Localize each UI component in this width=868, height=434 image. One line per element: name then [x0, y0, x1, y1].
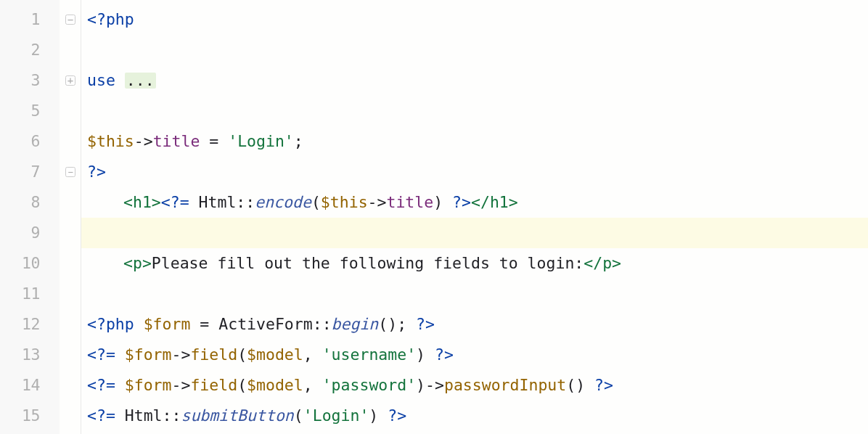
line-number[interactable]: 9 — [0, 218, 59, 248]
code-line[interactable]: <?= Html::submitButton('Login') ?> — [81, 401, 868, 431]
line-number[interactable]: 1 — [0, 4, 59, 35]
html-tag: <h1> — [123, 195, 161, 210]
line-number[interactable]: 3 — [0, 65, 59, 96]
code-line[interactable]: <?php — [81, 4, 868, 35]
code-line[interactable]: <p>Please fill out the following fields … — [81, 248, 868, 279]
code-line[interactable]: $this->title = 'Login'; — [81, 126, 868, 157]
folded-placeholder[interactable]: ... — [125, 73, 156, 89]
code-line[interactable]: <h1><?= Html::encode($this->title) ?></h… — [81, 187, 868, 218]
line-number-gutter: 1 2 3 5 6 7 8 9 10 11 12 13 14 15 — [0, 0, 60, 434]
method-passwordinput: passwordInput — [444, 377, 566, 393]
variable-this: $this — [87, 134, 134, 150]
method-submitbutton: submitButton — [181, 408, 293, 424]
code-line[interactable]: <?php $form = ActiveForm::begin(); ?> — [81, 309, 868, 340]
code-area[interactable]: <?php use ... $this->title = 'Login'; ?>… — [81, 0, 868, 434]
string-literal: 'Login' — [228, 134, 294, 150]
line-number[interactable]: 7 — [0, 157, 59, 187]
text-content: Please fill out the following fields to … — [152, 255, 584, 271]
line-number[interactable]: 8 — [0, 187, 59, 218]
code-line[interactable]: ?> — [81, 157, 868, 187]
line-number[interactable]: 5 — [0, 96, 59, 126]
method-field: field — [190, 347, 237, 363]
code-line[interactable] — [81, 96, 868, 126]
html-tag: <p> — [123, 255, 152, 271]
method-begin: begin — [332, 316, 379, 332]
variable-form: $form — [144, 316, 191, 332]
line-number[interactable]: 13 — [0, 340, 59, 370]
code-line[interactable]: <?= $form->field($model, 'password')->pa… — [81, 370, 868, 401]
code-line[interactable] — [81, 35, 868, 65]
php-open-tag: <?php — [87, 12, 134, 28]
field-title: title — [153, 134, 200, 150]
code-line[interactable] — [81, 279, 868, 309]
fold-collapse-icon[interactable] — [65, 15, 75, 25]
line-number[interactable]: 2 — [0, 35, 59, 65]
method-encode: encode — [255, 195, 311, 210]
fold-collapse-icon[interactable] — [65, 167, 75, 177]
php-close-tag: ?> — [87, 164, 106, 180]
line-number[interactable]: 14 — [0, 370, 59, 401]
use-keyword: use — [87, 73, 125, 89]
code-line-current[interactable] — [81, 218, 868, 248]
code-line[interactable]: <?= $form->field($model, 'username') ?> — [81, 340, 868, 370]
line-number[interactable]: 12 — [0, 309, 59, 340]
fold-expand-icon[interactable] — [65, 75, 75, 86]
line-number[interactable]: 15 — [0, 401, 59, 431]
fold-gutter — [60, 0, 81, 434]
line-number[interactable]: 11 — [0, 279, 59, 309]
line-number[interactable]: 6 — [0, 126, 59, 157]
line-number[interactable]: 10 — [0, 248, 59, 279]
code-line[interactable]: use ... — [81, 65, 868, 96]
code-editor: 1 2 3 5 6 7 8 9 10 11 12 13 14 15 <?php — [0, 0, 868, 434]
